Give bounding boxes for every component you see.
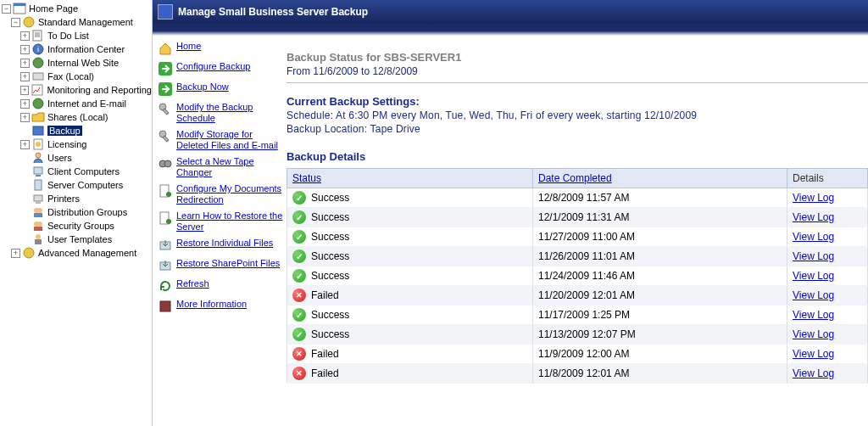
cell-date: 12/1/2009 11:31 AM	[533, 208, 787, 227]
collapse-icon[interactable]: −	[11, 18, 20, 27]
action-label[interactable]: Refresh	[176, 278, 209, 289]
tree-item[interactable]: +Internet and E-mail	[2, 97, 152, 110]
item-icon	[31, 110, 45, 124]
tree-item[interactable]: Server Computers	[2, 178, 152, 192]
action-link[interactable]: Backup Now	[158, 81, 283, 97]
svg-rect-8	[32, 85, 42, 95]
tree-item[interactable]: Backup	[2, 124, 152, 137]
view-log-link[interactable]: View Log	[793, 211, 834, 223]
settings-schedule: Schedule: At 6:30 PM every Mon, Tue, Wed…	[287, 109, 868, 121]
action-label[interactable]: Modify the Backup Schedule	[176, 102, 283, 124]
failed-icon	[292, 367, 306, 380]
svg-rect-24	[34, 227, 42, 231]
svg-rect-26	[35, 239, 42, 244]
tree-item[interactable]: +Monitoring and Reporting	[2, 83, 152, 97]
col-status[interactable]: Status	[287, 169, 533, 188]
item-icon	[31, 70, 45, 83]
tree-label: Users	[47, 153, 72, 163]
tree-item[interactable]: +Shares (Local)	[2, 110, 152, 124]
tree-node-standard[interactable]: − Standard Management	[2, 15, 152, 29]
action-link[interactable]: Modify Storage for Deleted Files and E-m…	[158, 129, 283, 151]
expand-icon[interactable]: +	[20, 59, 30, 68]
action-link[interactable]: Home	[158, 41, 283, 56]
view-log-link[interactable]: View Log	[793, 309, 834, 321]
tree-node-advanced[interactable]: + Advanced Management	[2, 246, 152, 260]
action-icon	[158, 102, 173, 117]
tree-item[interactable]: User Templates	[2, 233, 152, 246]
tree-item[interactable]: +To Do List	[2, 29, 152, 42]
settings-heading: Current Backup Settings:	[287, 95, 868, 108]
expand-icon[interactable]: +	[11, 249, 20, 258]
failed-icon	[292, 289, 306, 302]
expand-icon[interactable]: +	[20, 113, 30, 122]
view-log-link[interactable]: View Log	[793, 328, 834, 340]
expand-icon[interactable]: +	[20, 86, 30, 95]
action-link[interactable]: Learn How to Restore the Server	[158, 210, 283, 233]
item-icon	[31, 233, 45, 246]
action-label[interactable]: Configure My Documents Redirection	[176, 183, 283, 205]
view-log-link[interactable]: View Log	[793, 348, 834, 360]
action-label[interactable]: More Information	[176, 299, 247, 310]
action-label[interactable]: Configure Backup	[176, 61, 250, 72]
action-link[interactable]: Modify the Backup Schedule	[158, 102, 283, 124]
cell-details: View Log	[787, 227, 868, 247]
expand-icon[interactable]: +	[20, 45, 30, 54]
view-log-link[interactable]: View Log	[793, 231, 834, 243]
action-link[interactable]: Configure My Documents Redirection	[158, 183, 283, 205]
failed-icon	[292, 347, 306, 361]
item-icon	[31, 219, 45, 233]
action-link[interactable]: More Information	[158, 299, 283, 314]
action-link[interactable]: Restore Individual Files	[158, 238, 283, 253]
action-label[interactable]: Select a New Tape Changer	[176, 156, 283, 178]
cell-status: Success	[287, 325, 533, 345]
expand-icon[interactable]: +	[20, 31, 30, 41]
cell-details: View Log	[787, 188, 868, 208]
action-link[interactable]: Select a New Tape Changer	[158, 156, 283, 178]
tree-root[interactable]: − Home Page	[2, 2, 152, 15]
table-row: Success11/27/2009 11:00 AMView Log	[287, 227, 868, 247]
action-link[interactable]: Restore SharePoint Files	[158, 258, 283, 273]
cell-details: View Log	[787, 364, 868, 384]
table-row: Success11/24/2009 11:46 AMView Log	[287, 266, 868, 286]
svg-point-25	[36, 234, 41, 239]
action-label[interactable]: Home	[176, 41, 201, 52]
cell-status: Success	[287, 208, 533, 227]
expand-icon[interactable]: +	[20, 72, 30, 81]
tree-item[interactable]: +iInformation Center	[2, 42, 152, 56]
action-link[interactable]: Configure Backup	[158, 61, 283, 76]
action-label[interactable]: Modify Storage for Deleted Files and E-m…	[176, 129, 283, 151]
tree-item[interactable]: Printers	[2, 192, 152, 205]
home-icon	[13, 2, 26, 15]
tree-item[interactable]: Client Computers	[2, 165, 152, 178]
status-text: Failed	[311, 289, 339, 301]
svg-rect-33	[163, 136, 169, 142]
action-label[interactable]: Backup Now	[176, 81, 229, 92]
col-date[interactable]: Date Completed	[533, 169, 787, 188]
tree-item[interactable]: Distribution Groups	[2, 205, 152, 219]
action-link[interactable]: Refresh	[158, 278, 283, 294]
cell-date: 11/13/2009 12:07 PM	[533, 325, 787, 345]
table-row: Failed11/9/2009 12:00 AMView Log	[287, 345, 868, 364]
expand-icon[interactable]: +	[20, 140, 30, 149]
action-label[interactable]: Restore Individual Files	[176, 238, 273, 249]
tree-item[interactable]: +Fax (Local)	[2, 70, 152, 83]
svg-rect-7	[33, 73, 43, 80]
svg-point-2	[24, 17, 34, 27]
cell-details: View Log	[787, 286, 868, 305]
svg-point-39	[166, 219, 171, 224]
view-log-link[interactable]: View Log	[793, 250, 834, 262]
action-label[interactable]: Restore SharePoint Files	[176, 258, 280, 269]
tree-item[interactable]: Security Groups	[2, 219, 152, 233]
view-log-link[interactable]: View Log	[793, 367, 834, 379]
view-log-link[interactable]: View Log	[793, 289, 834, 301]
collapse-icon[interactable]: −	[2, 4, 11, 14]
expand-icon[interactable]: +	[20, 99, 30, 109]
success-icon	[292, 249, 306, 263]
tree-item[interactable]: Users	[2, 151, 152, 165]
tree-item[interactable]: +Internal Web Site	[2, 56, 152, 70]
success-icon	[292, 210, 306, 224]
action-label[interactable]: Learn How to Restore the Server	[176, 210, 283, 233]
view-log-link[interactable]: View Log	[793, 270, 834, 282]
tree-item[interactable]: +Licensing	[2, 137, 152, 151]
view-log-link[interactable]: View Log	[793, 192, 834, 204]
